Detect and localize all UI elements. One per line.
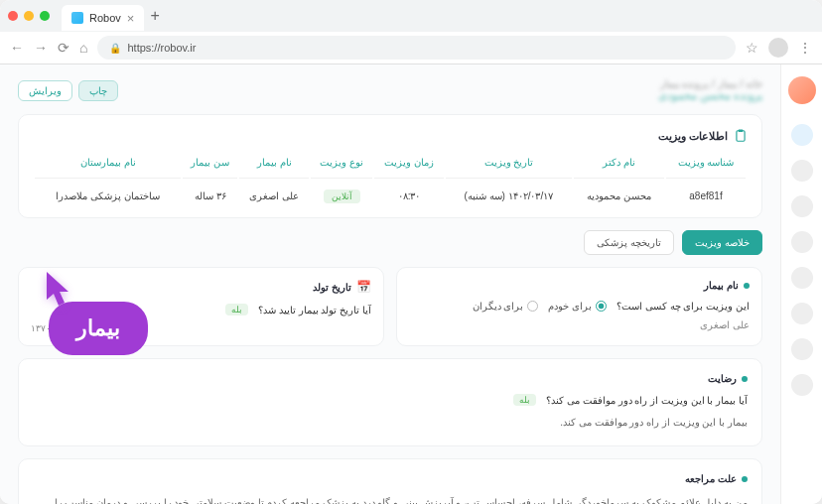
edit-button[interactable]: ویرایش bbox=[18, 80, 72, 101]
sidebar-item-more[interactable] bbox=[791, 374, 813, 396]
page-subtitle: پرونده محسن محمودی bbox=[658, 89, 762, 102]
cell-id: a8ef81f bbox=[666, 181, 746, 201]
reason-card: علت مراجعه من به دلیل علائم مشکوک به سرم… bbox=[18, 458, 762, 504]
consent-card: رضایت آیا بیمار با این ویزیت از راه دور … bbox=[18, 358, 762, 446]
svg-rect-1 bbox=[739, 130, 744, 132]
sidebar-item-messages[interactable] bbox=[791, 267, 813, 289]
sidebar-item-reports[interactable] bbox=[791, 231, 813, 253]
browser-chrome: Robov × + ← → ⟳ ⌂ 🔒 https://robov.ir ☆ ⋮ bbox=[0, 0, 822, 64]
cell-hospital: ساختمان پزشکی ملاصدرا bbox=[35, 181, 181, 201]
col-type: نوع ویزیت bbox=[311, 157, 372, 179]
patient-name-title: نام بیمار bbox=[704, 280, 739, 291]
patient-name-card: نام بیمار این ویزیت برای چه کسی است؟ برا… bbox=[396, 267, 762, 346]
user-avatar[interactable] bbox=[788, 76, 816, 104]
cell-time: ۰۸:۳۰ bbox=[374, 181, 444, 201]
reason-title: علت مراجعه bbox=[685, 473, 737, 484]
sidebar-item-help[interactable] bbox=[791, 338, 813, 360]
consent-text: بیمار با این ویزیت از راه دور موافقت می … bbox=[33, 414, 748, 432]
col-date: تاریخ ویزیت bbox=[446, 157, 572, 179]
sidebar bbox=[780, 64, 822, 504]
visit-info-title: اطلاعات ویزیت bbox=[658, 130, 728, 143]
sidebar-item-patients[interactable] bbox=[791, 195, 813, 217]
cell-patient: علی اصغری bbox=[239, 181, 309, 201]
lock-icon: 🔒 bbox=[109, 43, 121, 54]
calendar-icon: 📅 bbox=[356, 280, 371, 294]
cell-age: ۳۶ ساله bbox=[183, 181, 237, 201]
menu-icon[interactable]: ⋮ bbox=[798, 40, 812, 56]
forward-button[interactable]: → bbox=[34, 40, 48, 56]
radio-other[interactable]: برای دیگران bbox=[473, 301, 539, 312]
cell-type: آنلاین bbox=[311, 181, 372, 201]
url-input[interactable]: 🔒 https://robov.ir bbox=[97, 36, 736, 60]
col-age: سن بیمار bbox=[183, 157, 237, 179]
radio-icon bbox=[527, 301, 538, 312]
bullet-icon bbox=[742, 476, 748, 482]
breadcrumb: خانه / بیمار / پرونده بیمار bbox=[658, 78, 762, 89]
online-badge: آنلاین bbox=[324, 189, 360, 203]
patient-name-answer: علی اصغری bbox=[409, 319, 750, 330]
col-time: زمان ویزیت bbox=[374, 157, 444, 179]
window-controls bbox=[8, 11, 50, 21]
cursor-icon bbox=[39, 270, 74, 314]
table-row: a8ef81f محسن محمودیه ۱۴۰۲/۰۳/۱۷ (سه شنبه… bbox=[35, 181, 746, 201]
favicon-icon bbox=[71, 12, 83, 24]
bullet-icon bbox=[744, 283, 750, 289]
col-doctor: نام دکتر bbox=[574, 157, 664, 179]
clipboard-icon bbox=[734, 129, 748, 143]
birthdate-card: 📅 تاریخ تولد آیا تاریخ تولد بیمار تایید … bbox=[18, 267, 384, 346]
url-text: https://robov.ir bbox=[127, 42, 196, 54]
sidebar-item-settings[interactable] bbox=[791, 303, 813, 324]
main-content: خانه / بیمار / پرونده بیمار پرونده محسن … bbox=[0, 64, 780, 504]
profile-avatar[interactable] bbox=[768, 38, 788, 58]
cell-doctor: محسن محمودیه bbox=[574, 181, 664, 201]
tutorial-tooltip: بیمار bbox=[49, 302, 148, 355]
visit-info-table: شناسه ویزیت نام دکتر تاریخ ویزیت زمان وی… bbox=[33, 155, 748, 203]
browser-tab[interactable]: Robov × bbox=[62, 5, 144, 31]
new-tab-button[interactable]: + bbox=[150, 7, 159, 25]
radio-selected-icon bbox=[596, 301, 607, 312]
sidebar-item-home[interactable] bbox=[791, 124, 813, 146]
reload-button[interactable]: ⟳ bbox=[58, 40, 69, 56]
col-patient: نام بیمار bbox=[239, 157, 309, 179]
print-button[interactable]: چاپ bbox=[78, 80, 118, 101]
cell-date: ۱۴۰۲/۰۳/۱۷ (سه شنبه) bbox=[446, 181, 572, 201]
bullet-icon bbox=[742, 376, 748, 382]
consent-title: رضایت bbox=[708, 373, 737, 384]
tab-title: Robov bbox=[89, 12, 121, 24]
address-bar: ← → ⟳ ⌂ 🔒 https://robov.ir ☆ ⋮ bbox=[0, 32, 822, 63]
home-button[interactable]: ⌂ bbox=[79, 40, 87, 56]
minimize-window[interactable] bbox=[24, 11, 34, 21]
maximize-window[interactable] bbox=[40, 11, 50, 21]
tab-summary[interactable]: خلاصه ویزیت bbox=[682, 230, 762, 255]
radio-self[interactable]: برای خودم bbox=[548, 301, 607, 312]
reason-text: من به دلیل علائم مشکوک به سرماخوردگی شام… bbox=[33, 494, 748, 504]
yes-badge: بله bbox=[225, 304, 248, 315]
col-id: شناسه ویزیت bbox=[666, 157, 746, 179]
content-tabs: خلاصه ویزیت تاریخچه پزشکی bbox=[18, 230, 762, 255]
visit-info-card: اطلاعات ویزیت شناسه ویزیت نام دکتر تاریخ… bbox=[18, 114, 762, 218]
sidebar-item-calendar[interactable] bbox=[791, 160, 813, 182]
back-button[interactable]: ← bbox=[10, 40, 24, 56]
birthdate-title: تاریخ تولد bbox=[313, 282, 351, 293]
bookmark-icon[interactable]: ☆ bbox=[746, 40, 758, 56]
birthdate-question: آیا تاریخ تولد بیمار تایید شد؟ bbox=[258, 305, 371, 315]
tab-bar: Robov × + bbox=[0, 0, 822, 32]
yes-badge: بله bbox=[513, 394, 536, 406]
tab-history[interactable]: تاریخچه پزشکی bbox=[584, 230, 674, 255]
col-hospital: نام بیمارستان bbox=[35, 157, 181, 179]
consent-question: آیا بیمار با این ویزیت از راه دور موافقت… bbox=[546, 395, 748, 406]
tab-close-icon[interactable]: × bbox=[127, 11, 135, 26]
svg-rect-0 bbox=[737, 131, 745, 142]
patient-name-question: این ویزیت برای چه کسی است؟ bbox=[616, 301, 750, 312]
page-header: خانه / بیمار / پرونده بیمار پرونده محسن … bbox=[18, 78, 762, 102]
close-window[interactable] bbox=[8, 11, 18, 21]
